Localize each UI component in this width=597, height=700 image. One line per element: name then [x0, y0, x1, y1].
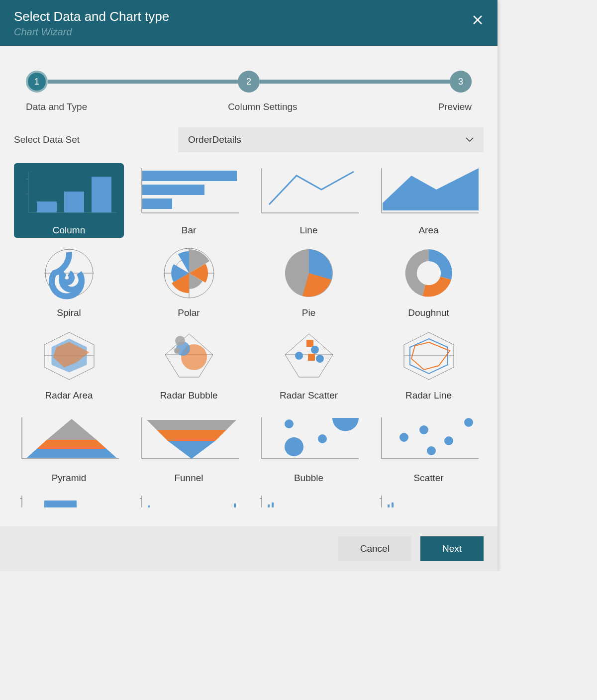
chart-type-partial-1[interactable]: [14, 494, 124, 511]
chart-type-pyramid[interactable]: Pyramid: [14, 411, 124, 486]
svg-point-40: [295, 352, 303, 360]
area-chart-icon: [374, 163, 484, 218]
chart-type-partial-2[interactable]: [134, 494, 244, 511]
chevron-down-icon: [466, 137, 474, 142]
doughnut-chart-icon: [374, 246, 484, 300]
chart-type-partial-4[interactable]: [374, 494, 484, 511]
svg-marker-56: [168, 441, 215, 459]
scatter-chart-icon: [374, 411, 484, 466]
chart-type-radar-area[interactable]: Radar Area: [14, 328, 124, 403]
step-labels: Data and Type Column Settings Preview: [26, 101, 472, 112]
spiral-chart-icon: [14, 246, 124, 300]
wizard-stepper: 1 2 3: [26, 71, 472, 93]
line-chart-icon: [254, 163, 364, 218]
step-1-circle[interactable]: 1: [26, 71, 48, 93]
svg-point-42: [316, 355, 324, 363]
step-2-circle[interactable]: 2: [238, 71, 260, 93]
radar-scatter-chart-icon: [254, 328, 364, 383]
chart-type-label: Radar Bubble: [134, 387, 244, 403]
radar-area-chart-icon: [14, 328, 124, 383]
close-icon[interactable]: [472, 9, 484, 26]
partial-chart-icon: [134, 494, 244, 507]
chart-type-column[interactable]: Column: [14, 163, 124, 238]
dialog-title: Select Data and Chart type: [14, 9, 169, 24]
svg-rect-13: [142, 199, 172, 209]
svg-marker-51: [27, 449, 116, 458]
radar-line-chart-icon: [374, 328, 484, 383]
svg-rect-71: [44, 500, 77, 507]
funnel-chart-icon: [134, 411, 244, 466]
svg-point-41: [311, 346, 319, 354]
svg-rect-39: [308, 354, 315, 361]
dataset-value: OrderDetails: [188, 134, 241, 145]
chart-type-spiral[interactable]: Spiral: [14, 246, 124, 320]
chart-type-polar[interactable]: Polar: [134, 246, 244, 320]
svg-marker-55: [157, 430, 226, 441]
svg-rect-6: [37, 201, 57, 212]
svg-point-35: [174, 348, 180, 354]
chart-type-radar-scatter[interactable]: Radar Scatter: [254, 328, 364, 403]
chart-type-label: Column: [14, 222, 124, 238]
chart-type-scatter[interactable]: Scatter: [374, 411, 484, 486]
partial-chart-icon: [14, 494, 124, 507]
bubble-chart-icon: [254, 411, 364, 466]
pyramid-chart-icon: [14, 411, 124, 466]
pie-chart-icon: [254, 246, 364, 300]
svg-rect-7: [64, 192, 84, 212]
chart-wizard-dialog: Select Data and Chart type Chart Wizard …: [0, 0, 498, 571]
svg-rect-78: [268, 504, 270, 507]
cancel-button[interactable]: Cancel: [338, 536, 411, 561]
chart-type-partial-3[interactable]: [254, 494, 364, 511]
partial-chart-icon: [254, 494, 364, 507]
chart-type-label: Bar: [134, 222, 244, 238]
partial-chart-icon: [374, 494, 484, 507]
step-1-label: Data and Type: [26, 101, 87, 112]
chart-type-label: Radar Scatter: [254, 387, 364, 403]
step-3-circle[interactable]: 3: [450, 71, 472, 93]
svg-rect-38: [306, 340, 313, 347]
dialog-footer: Cancel Next: [0, 526, 498, 571]
chart-type-label: Line: [254, 222, 364, 238]
svg-point-61: [318, 434, 327, 443]
svg-rect-83: [392, 502, 394, 507]
svg-rect-8: [92, 177, 111, 212]
chart-type-label: Scatter: [374, 470, 484, 486]
chart-type-radar-bubble[interactable]: Radar Bubble: [134, 328, 244, 403]
chart-type-area[interactable]: Area: [374, 163, 484, 238]
chart-type-label: Pyramid: [14, 470, 124, 486]
chart-type-label: Bubble: [254, 470, 364, 486]
svg-rect-79: [272, 502, 274, 507]
chart-type-label: Spiral: [14, 304, 124, 320]
svg-point-60: [285, 437, 303, 456]
chart-type-label: Area: [374, 222, 484, 238]
chart-type-label: Polar: [134, 304, 244, 320]
dataset-select[interactable]: OrderDetails: [178, 127, 484, 152]
svg-rect-12: [142, 185, 204, 195]
svg-point-34: [175, 336, 185, 346]
chart-type-radar-line[interactable]: Radar Line: [374, 328, 484, 403]
chart-type-label: Doughnut: [374, 304, 484, 320]
chart-type-funnel[interactable]: Funnel: [134, 411, 244, 486]
step-3-label: Preview: [438, 101, 472, 112]
chart-type-line[interactable]: Line: [254, 163, 364, 238]
svg-marker-50: [37, 440, 106, 449]
svg-rect-11: [142, 171, 237, 181]
polar-chart-icon: [134, 246, 244, 300]
step-line: [48, 80, 238, 84]
svg-point-64: [399, 433, 408, 442]
radar-bubble-chart-icon: [134, 328, 244, 383]
dataset-label: Select Data Set: [14, 134, 163, 145]
svg-rect-75: [234, 503, 236, 507]
chart-type-doughnut[interactable]: Doughnut: [374, 246, 484, 320]
chart-type-bubble[interactable]: Bubble: [254, 411, 364, 486]
column-chart-icon: [14, 163, 124, 218]
svg-point-65: [419, 425, 428, 434]
next-button[interactable]: Next: [420, 536, 484, 561]
svg-marker-54: [147, 420, 236, 430]
dialog-header: Select Data and Chart type Chart Wizard: [0, 0, 498, 46]
chart-type-pie[interactable]: Pie: [254, 246, 364, 320]
svg-rect-74: [148, 505, 150, 507]
chart-type-bar[interactable]: Bar: [134, 163, 244, 238]
step-line: [260, 80, 450, 84]
dialog-subtitle: Chart Wizard: [14, 26, 169, 38]
